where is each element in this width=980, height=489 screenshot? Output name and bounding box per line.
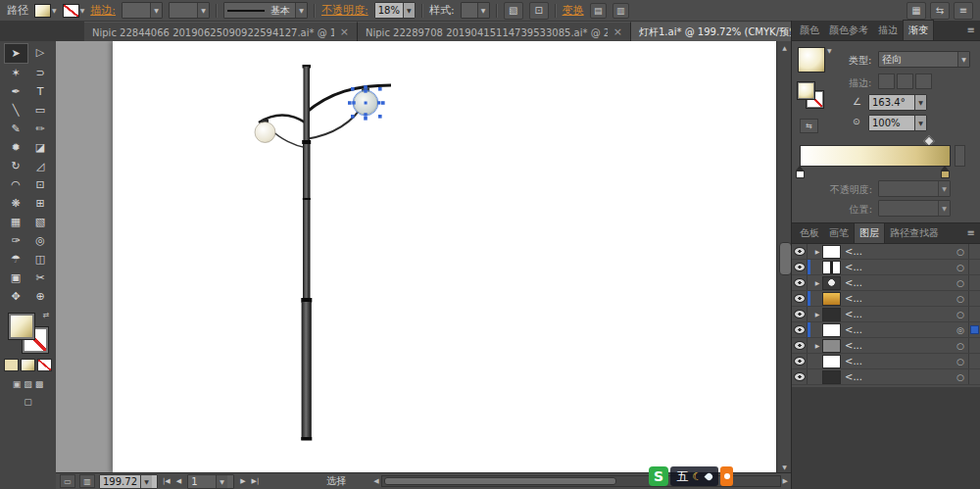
visibility-toggle[interactable] (792, 244, 808, 259)
target-circle[interactable]: ○ (953, 341, 968, 351)
layers-group-tab-0[interactable]: 色板 (795, 223, 824, 243)
gradient-fill-swatch[interactable] (798, 47, 825, 73)
direct-selection-tool[interactable]: ▷ (28, 43, 53, 62)
visibility-toggle[interactable] (792, 322, 808, 337)
layer-row[interactable]: <...◎ (792, 322, 980, 338)
layers-group-tab-2[interactable]: 图层 (854, 222, 885, 243)
layer-thumbnail[interactable] (822, 339, 841, 353)
layer-thumbnail[interactable] (822, 308, 841, 321)
reverse-gradient-icon[interactable]: ⇆ (800, 119, 818, 133)
stroke-color-dropdown[interactable]: ▼ (63, 4, 85, 18)
layer-name[interactable]: <... (845, 309, 953, 319)
width-tool[interactable]: ◠ (4, 175, 28, 194)
selection-column[interactable] (968, 291, 980, 306)
layer-row[interactable]: <...○ (792, 260, 980, 275)
status-bar-icon[interactable]: ▭ (60, 474, 75, 488)
arrange-documents-icon[interactable]: ▦ (906, 2, 926, 20)
selection-column[interactable] (968, 260, 980, 274)
selection-column[interactable] (968, 354, 980, 368)
layer-row[interactable]: ▶<...○ (792, 244, 980, 260)
transform-panel-link[interactable]: 变换 (563, 3, 584, 18)
visibility-toggle[interactable] (792, 338, 808, 353)
gradient-group-tab-3[interactable]: 渐变 (903, 20, 934, 40)
first-artboard-button[interactable]: |◀ (162, 477, 172, 485)
free-transform-tool[interactable]: ⊡ (28, 175, 53, 194)
selection-column[interactable] (968, 322, 980, 337)
layer-row[interactable]: <...○ (792, 354, 980, 369)
control-panel-menu-icon[interactable]: ≡ (954, 2, 973, 20)
layer-thumbnail[interactable] (822, 323, 841, 337)
target-circle[interactable]: ◎ (953, 325, 968, 335)
gradient-group-tab-1[interactable]: 颜色参考 (824, 21, 873, 40)
gradient-mode-button[interactable] (21, 359, 35, 371)
selection-column[interactable] (968, 244, 980, 259)
recolor-artwork-button[interactable]: ▧ (504, 2, 523, 20)
line-segment-tool[interactable]: ╲ (4, 101, 28, 120)
gradient-angle-dropdown[interactable]: 163.4° ▼ (868, 94, 927, 111)
selection-tool[interactable]: ➤ (4, 43, 28, 64)
swap-fill-stroke-icon[interactable]: ⇄ (43, 311, 50, 319)
gradient-tool[interactable]: ▧ (28, 213, 53, 231)
layer-row[interactable]: <...○ (792, 291, 980, 307)
shape-builder-tool[interactable]: ❋ (4, 194, 28, 213)
expand-arrow-icon[interactable]: ▶ (812, 279, 822, 286)
layer-name[interactable]: <... (845, 277, 953, 288)
layer-thumbnail[interactable] (822, 355, 841, 368)
opacity-panel-link[interactable]: 不透明度: (321, 3, 368, 18)
paintbrush-tool[interactable]: ✎ (4, 120, 28, 138)
artboard[interactable] (113, 41, 777, 472)
magic-wand-tool[interactable]: ✶ (4, 64, 28, 82)
expand-arrow-icon[interactable]: ▶ (812, 342, 822, 349)
stroke-weight-dropdown[interactable]: ▼ (122, 2, 163, 19)
blend-tool[interactable]: ◎ (28, 231, 53, 250)
next-artboard-button[interactable]: ▶ (239, 477, 246, 485)
layer-thumbnail[interactable] (822, 261, 841, 274)
fill-proxy-box[interactable] (9, 314, 34, 339)
gradient-group-tab-0[interactable]: 颜色 (795, 21, 824, 40)
layer-name[interactable]: <... (845, 262, 953, 272)
selection-column[interactable] (968, 275, 980, 290)
document-tab-2[interactable]: 灯杆1.ai* @ 199.72% (CMYK/预览)× (631, 22, 792, 41)
chevron-down-icon[interactable]: ▼ (827, 47, 832, 54)
eraser-tool[interactable]: ◪ (28, 138, 53, 157)
layer-thumbnail[interactable] (822, 370, 841, 384)
layer-name[interactable]: <... (845, 340, 953, 351)
slice-tool[interactable]: ✂ (28, 269, 53, 287)
document-tab-1[interactable]: Nipic 22289708 20190415114739533085.ai* … (358, 22, 631, 41)
target-circle[interactable]: ○ (953, 278, 968, 288)
target-circle[interactable]: ○ (953, 310, 968, 319)
artboard-tool[interactable]: ▣ (4, 269, 28, 287)
pencil-tool[interactable]: ✏ (28, 120, 53, 138)
rectangle-tool[interactable]: ▭ (28, 101, 53, 120)
gradient-stop-end[interactable] (941, 166, 950, 177)
layer-row[interactable]: <...○ (792, 369, 980, 385)
stroke-gradient-along-icon[interactable] (897, 73, 913, 89)
tab-close-icon[interactable]: × (613, 27, 622, 37)
target-circle[interactable]: ○ (953, 247, 968, 257)
isolate-object-button[interactable]: ⊡ (529, 2, 549, 20)
artboard-navigation-dropdown[interactable]: 1 ▼ (187, 474, 234, 489)
gradient-fill-proxy[interactable] (798, 82, 814, 99)
column-graph-tool[interactable]: ◫ (28, 250, 53, 269)
layer-thumbnail[interactable] (822, 245, 841, 259)
target-circle[interactable]: ○ (953, 263, 968, 272)
align-horizontal-icon[interactable]: ▤ (590, 3, 607, 19)
zoom-tool[interactable]: ⊕ (28, 287, 53, 306)
blob-brush-tool[interactable]: ✹ (4, 138, 28, 157)
layer-row[interactable]: ▶<...○ (792, 338, 980, 354)
stroke-panel-link[interactable]: 描边: (90, 3, 116, 18)
visibility-toggle[interactable] (792, 369, 808, 384)
tab-close-icon[interactable]: × (340, 27, 349, 37)
visibility-toggle[interactable] (792, 307, 808, 321)
rotate-tool[interactable]: ↻ (4, 157, 28, 175)
draw-behind-icon[interactable]: ▨ (24, 379, 32, 389)
perspective-grid-tool[interactable]: ⊞ (28, 194, 53, 213)
layers-group-tab-1[interactable]: 画笔 (824, 223, 854, 243)
zoom-dropdown[interactable]: 199.72 ▼ (99, 474, 158, 489)
layer-name[interactable]: <... (845, 246, 953, 257)
scroll-up-icon[interactable]: ▲ (777, 41, 792, 54)
workspace-switcher-icon[interactable]: ⇆ (930, 2, 950, 20)
scroll-left-icon[interactable]: ◀ (373, 477, 378, 485)
layer-thumbnail[interactable] (822, 276, 841, 290)
brush-definition-dropdown[interactable]: 基本 ▼ (223, 2, 308, 19)
